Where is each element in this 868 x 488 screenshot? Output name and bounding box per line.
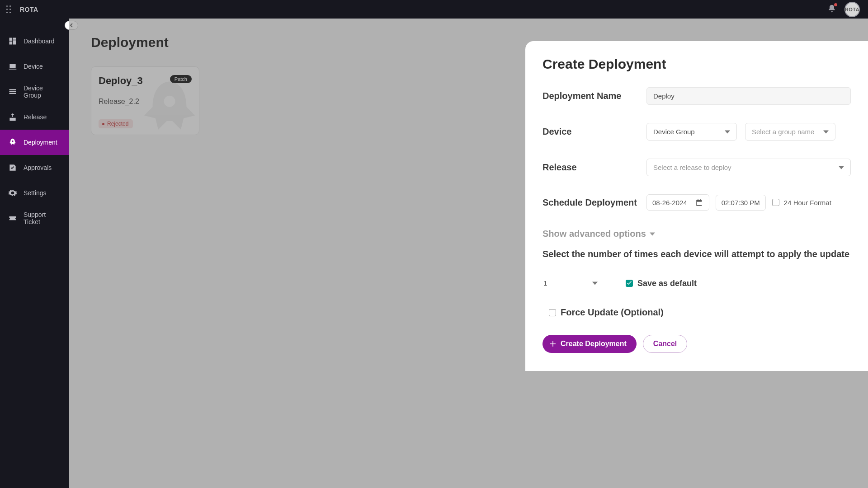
attempts-description: Select the number of times each device w…	[542, 249, 851, 259]
sidebar-item-label: Approvals	[24, 164, 52, 171]
advanced-label: Show advanced options	[542, 229, 646, 239]
calendar-icon	[695, 198, 703, 206]
sidebar-item-dashboard[interactable]: Dashboard	[0, 28, 69, 54]
label-release: Release	[542, 162, 646, 173]
sidebar-item-release[interactable]: Release	[0, 104, 69, 130]
menu-grip-icon[interactable]	[6, 5, 13, 14]
chevron-down-icon	[650, 231, 655, 237]
chevron-down-icon	[823, 129, 829, 135]
force-update-checkbox[interactable]: Force Update (Optional)	[549, 307, 664, 318]
device-group-icon	[8, 87, 17, 96]
sidebar-item-label: Dashboard	[24, 38, 55, 45]
select-placeholder: Select a release to deploy	[653, 164, 731, 171]
select-placeholder: Select a group name	[752, 128, 814, 136]
deployment-card[interactable]: Deploy_3 Patch Release_2.2 Rejected	[91, 66, 199, 135]
attempts-select[interactable]: 1	[542, 277, 599, 289]
sidebar-item-device-group[interactable]: Device Group	[0, 79, 69, 104]
status-badge: Rejected	[99, 119, 133, 128]
back-button[interactable]	[65, 21, 78, 30]
label-schedule: Schedule Deployment	[542, 197, 646, 208]
date-picker[interactable]: 08-26-2024	[646, 194, 709, 211]
create-deployment-button[interactable]: Create Deployment	[542, 335, 637, 353]
rocket-bg-icon	[136, 76, 199, 135]
ticket-icon	[8, 214, 17, 223]
brand-name: ROTA	[20, 6, 38, 13]
hour24-checkbox[interactable]: 24 Hour Format	[772, 199, 831, 206]
settings-icon	[8, 188, 17, 197]
plus-icon	[549, 340, 557, 348]
chevron-down-icon	[839, 165, 844, 170]
save-default-checkbox[interactable]: Save as default	[626, 279, 697, 288]
button-label: Create Deployment	[561, 340, 627, 348]
sidebar-item-settings[interactable]: Settings	[0, 180, 69, 206]
checkbox-label: Save as default	[637, 279, 697, 288]
chevron-down-icon	[592, 281, 598, 286]
group-name-select[interactable]: Select a group name	[745, 123, 835, 141]
release-select[interactable]: Select a release to deploy	[646, 159, 851, 176]
deployment-icon	[8, 138, 17, 147]
check-icon	[627, 281, 632, 286]
select-value: Device Group	[653, 128, 695, 136]
select-value: 1	[543, 279, 547, 287]
label-deployment-name: Deployment Name	[542, 91, 646, 101]
checkbox-label: Force Update (Optional)	[561, 307, 664, 318]
topbar: ROTA ROTA	[0, 0, 868, 19]
sidebar-item-label: Device Group	[24, 84, 62, 99]
button-label: Cancel	[653, 340, 677, 347]
sidebar-item-device[interactable]: Device	[0, 54, 69, 79]
checkbox-box	[549, 309, 556, 316]
sidebar-item-support-ticket[interactable]: Support Ticket	[0, 206, 69, 231]
chevron-down-icon	[725, 129, 730, 135]
dashboard-icon	[8, 37, 17, 46]
approvals-icon	[8, 163, 17, 172]
create-deployment-panel: Create Deployment Deployment Name Device…	[525, 41, 868, 371]
sidebar-item-deployment[interactable]: Deployment	[0, 130, 69, 155]
sidebar-item-label: Device	[24, 63, 43, 70]
date-value: 08-26-2024	[652, 199, 687, 206]
deployment-name-input[interactable]	[646, 87, 851, 105]
cancel-button[interactable]: Cancel	[643, 335, 687, 353]
sidebar-item-label: Settings	[24, 189, 47, 197]
notifications-button[interactable]	[827, 4, 836, 15]
time-value: 02:07:30 PM	[722, 199, 760, 206]
notification-dot	[834, 3, 837, 6]
main-content: Deployment Deploy_3 Patch Release_2.2 Re…	[69, 19, 868, 488]
sidebar-item-approvals[interactable]: Approvals	[0, 155, 69, 180]
advanced-toggle[interactable]: Show advanced options	[542, 229, 851, 239]
device-icon	[8, 62, 17, 71]
sidebar-item-label: Deployment	[24, 139, 57, 146]
checkbox-box	[772, 199, 779, 206]
panel-heading: Create Deployment	[542, 56, 851, 72]
device-type-select[interactable]: Device Group	[646, 123, 737, 141]
sidebar: Dashboard Device Device Group Release De…	[0, 19, 69, 488]
checkbox-label: 24 Hour Format	[784, 199, 831, 206]
sidebar-item-label: Support Ticket	[24, 211, 62, 225]
release-icon	[8, 113, 17, 122]
label-device: Device	[542, 127, 646, 137]
checkbox-box	[626, 280, 633, 287]
time-picker[interactable]: 02:07:30 PM	[716, 195, 766, 211]
sidebar-item-label: Release	[24, 113, 47, 121]
avatar[interactable]: ROTA	[844, 2, 860, 17]
